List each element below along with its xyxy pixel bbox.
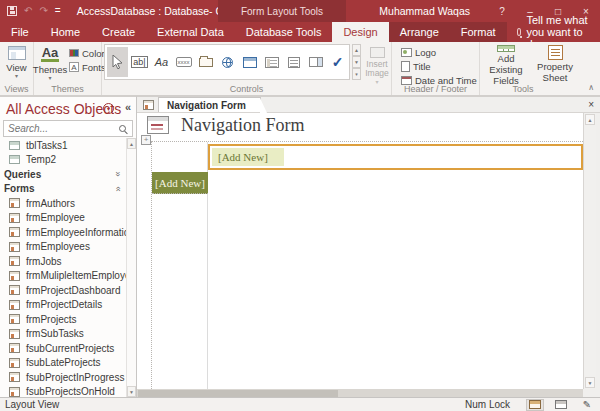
form-name: frmEmployees — [26, 241, 90, 252]
hyperlink-control[interactable] — [217, 47, 238, 77]
label-control[interactable]: Aa — [151, 47, 172, 77]
web-browser-icon — [243, 57, 257, 68]
horizontal-scroll-thumb[interactable] — [138, 390, 338, 397]
tell-me-box[interactable]: Tell me what you want to do — [507, 22, 600, 42]
form-view-icon — [555, 400, 567, 409]
form-view-button[interactable] — [552, 399, 570, 411]
tab-home[interactable]: Home — [40, 22, 91, 42]
insert-image-button[interactable]: Insert Image ▾ — [364, 44, 390, 86]
contextual-tools-title: Form Layout Tools — [218, 0, 346, 22]
form-icon — [9, 387, 20, 397]
redo-icon[interactable]: ↷ — [39, 6, 47, 16]
group-controls-label: Controls — [102, 84, 391, 94]
group-header-footer: Logo Title Date and Time Header / Footer — [392, 42, 480, 95]
add-existing-fields-button[interactable]: Add Existing Fields — [480, 45, 532, 87]
form-name: fsubLateProjects — [26, 357, 101, 368]
button-icon: xxxx — [176, 57, 192, 67]
search-input[interactable] — [4, 123, 119, 134]
view-button[interactable]: View ▾ — [0, 42, 33, 84]
logo-button[interactable]: Logo — [398, 45, 479, 59]
button-control[interactable]: xxxx — [173, 47, 194, 77]
title-label: Title — [413, 61, 431, 72]
list-item-form[interactable]: frmEmployees — [0, 240, 126, 255]
tab-arrange[interactable]: Arrange — [389, 22, 450, 42]
document-tab-label: Navigation Form — [167, 100, 246, 111]
layout-move-handle[interactable]: + — [141, 135, 151, 145]
list-item-form[interactable]: fsubLateProjects — [0, 356, 126, 371]
list-item-form[interactable]: frmProjectDetails — [0, 298, 126, 313]
controls-gallery: ab| Aa xxxx ✓ — [104, 44, 350, 80]
list-item-form[interactable]: frmJobs — [0, 254, 126, 269]
checkbox-control[interactable]: ✓ — [327, 47, 348, 77]
help-button[interactable]: ? — [488, 0, 516, 22]
group-header-forms[interactable]: Forms» — [0, 182, 126, 197]
scroll-up-icon[interactable]: ▲ — [127, 138, 136, 149]
list-item-form[interactable]: frmEmployeeInformation — [0, 225, 126, 240]
add-new-tab-top[interactable]: [Add New] — [212, 148, 284, 166]
list-item-form[interactable]: frmSubTasks — [0, 327, 126, 342]
vertical-scrollbar[interactable]: ▲ ▼ — [583, 113, 596, 389]
form-icon — [9, 285, 20, 295]
scroll-up-icon[interactable]: ▲ — [585, 114, 595, 125]
list-item-table[interactable]: Temp2 — [0, 153, 126, 168]
tab-external-data[interactable]: External Data — [146, 22, 235, 42]
undo-icon[interactable]: ↶ — [24, 6, 32, 16]
list-item-form[interactable]: frmProjectDashboard — [0, 283, 126, 298]
group-tools-label: Tools — [480, 84, 566, 94]
gallery-up-icon[interactable]: ▲ — [352, 44, 361, 56]
customize-qat-icon[interactable]: = — [55, 6, 61, 16]
list-box-control[interactable] — [283, 47, 304, 77]
property-sheet-button[interactable]: Property Sheet — [532, 45, 578, 87]
title-button[interactable]: Title — [398, 59, 479, 73]
form-name: fsubProjectInProgress — [26, 372, 124, 383]
tab-format[interactable]: Format — [450, 22, 507, 42]
form-icon — [9, 329, 20, 339]
tab-database-tools[interactable]: Database Tools — [235, 22, 333, 42]
form-icon — [9, 256, 20, 266]
themes-button[interactable]: Aa Themes ▾ — [36, 42, 64, 84]
select-control[interactable] — [107, 47, 128, 77]
list-item-form[interactable]: fsubProjectsOnHold — [0, 385, 126, 398]
tab-control[interactable] — [195, 47, 216, 77]
layout-view-button[interactable] — [526, 399, 544, 411]
collapse-ribbon-icon[interactable]: ∧ — [588, 83, 594, 92]
document-close-icon[interactable]: × — [588, 99, 594, 110]
search-icon[interactable] — [119, 125, 126, 132]
user-name[interactable]: Muhammad Waqas — [379, 5, 470, 17]
combo-box-control[interactable] — [305, 47, 326, 77]
nav-pane-scrollbar[interactable]: ▲ ▼ — [126, 138, 136, 397]
shutter-bar-close-icon[interactable]: « — [125, 101, 131, 113]
title-bar: ↶ ↷ = AccessDatabase : Database- C:\User… — [0, 0, 600, 22]
list-item-form[interactable]: frmMulipleItemEmployee — [0, 269, 126, 284]
gallery-down-icon[interactable]: ▼ — [352, 56, 361, 68]
tab-design[interactable]: Design — [332, 22, 388, 42]
tab-create[interactable]: Create — [91, 22, 146, 42]
gallery-more-icon[interactable]: ▾ — [352, 68, 361, 80]
form-name: frmJobs — [26, 256, 62, 267]
scroll-down-icon[interactable]: ▼ — [585, 377, 595, 388]
document-tab-navigation-form[interactable]: Navigation Form — [158, 97, 261, 112]
group-controls: ab| Aa xxxx ✓ ▲ ▼ ▾ Insert Image ▾ — [102, 42, 392, 95]
form-icon — [9, 198, 20, 208]
add-new-tab-left[interactable]: [Add New] — [152, 172, 208, 194]
table-icon — [9, 141, 20, 150]
list-item-form[interactable]: frmAuthors — [0, 196, 126, 211]
design-view-button[interactable]: ✎ — [578, 399, 596, 411]
navigation-pane-header: All Access Objects ▾ « — [0, 97, 136, 119]
list-item-form[interactable]: frmProjects — [0, 312, 126, 327]
horizontal-tabs-strip-selected[interactable]: [Add New] — [208, 144, 583, 170]
save-icon[interactable] — [7, 6, 17, 16]
list-item-table[interactable]: tblTasks1 — [0, 138, 126, 153]
web-browser-control[interactable] — [239, 47, 260, 77]
scroll-down-icon[interactable]: ▼ — [127, 386, 136, 397]
textbox-control[interactable]: ab| — [129, 47, 150, 77]
status-right: Num Lock ✎ — [465, 398, 596, 411]
nav-pane-menu-icon[interactable]: ▾ — [103, 103, 114, 114]
group-header-queries[interactable]: Queries» — [0, 167, 126, 182]
list-item-form[interactable]: frmEmployee — [0, 211, 126, 226]
list-item-form[interactable]: fsubProjectInProgress — [0, 370, 126, 385]
navigation-control[interactable] — [261, 47, 282, 77]
ribbon-tab-row: File Home Create External Data Database … — [0, 22, 600, 42]
tab-file[interactable]: File — [0, 22, 40, 42]
list-item-form[interactable]: fsubCurrentProjects — [0, 341, 126, 356]
